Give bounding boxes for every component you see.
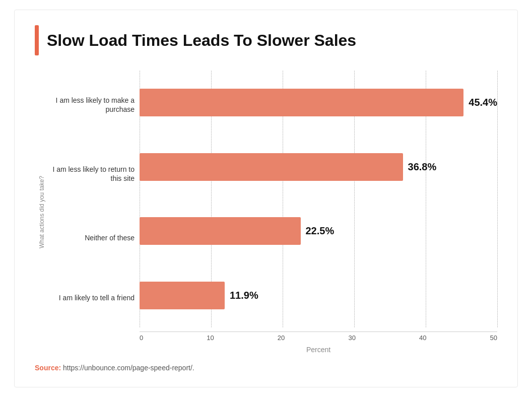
bar-row: 11.9%: [140, 278, 497, 313]
x-axis-ticks: 01020304050: [140, 332, 497, 342]
chart-inner: I am less likely to make a purchaseI am …: [49, 71, 497, 354]
y-axis-label: What actions did you take?: [38, 176, 45, 248]
x-axis-label: Percent: [140, 346, 497, 354]
bar-value: 11.9%: [230, 290, 258, 301]
y-axis-label-container: What actions did you take?: [35, 71, 49, 354]
x-axis-section: 01020304050 Percent: [140, 332, 497, 354]
bar: [140, 217, 301, 245]
bar-label: Neither of these: [49, 233, 135, 242]
source-label: Source:: [35, 364, 61, 372]
chart-title: Slow Load Times Leads To Slower Sales: [47, 31, 356, 50]
x-tick: 40: [419, 334, 426, 342]
bar-value: 36.8%: [408, 161, 437, 173]
bar-row: 36.8%: [140, 149, 497, 184]
bar-row: 45.4%: [140, 85, 497, 120]
bars-column: 45.4%36.8%22.5%11.9%: [140, 71, 497, 327]
bar-value: 45.4%: [469, 97, 497, 108]
bar-labels-column: I am less likely to make a purchaseI am …: [49, 71, 140, 327]
bar-label: I am less likely to return to this site: [49, 165, 135, 183]
title-section: Slow Load Times Leads To Slower Sales: [35, 25, 497, 55]
bar-label: I am likely to tell a friend: [49, 293, 135, 302]
bar-value: 22.5%: [306, 225, 335, 237]
x-tick: 30: [348, 334, 355, 342]
x-tick: 50: [490, 334, 497, 342]
bar: [140, 282, 225, 309]
x-tick: 10: [207, 334, 214, 342]
bar: [140, 153, 403, 181]
title-accent-bar: [35, 25, 39, 55]
source-section: Source: https://unbounce.com/page-speed-…: [35, 364, 497, 372]
bar: [140, 89, 463, 116]
bars-section: I am less likely to make a purchaseI am …: [49, 71, 497, 327]
chart-card: Slow Load Times Leads To Slower Sales Wh…: [14, 10, 518, 387]
source-url: https://unbounce.com/page-speed-report/.: [63, 364, 194, 372]
bar-row: 22.5%: [140, 214, 497, 249]
bar-label: I am less likely to make a purchase: [49, 96, 135, 114]
grid-line: [497, 71, 498, 327]
chart-area: What actions did you take? I am less lik…: [35, 71, 497, 354]
x-tick: 20: [278, 334, 285, 342]
x-tick: 0: [140, 334, 143, 342]
